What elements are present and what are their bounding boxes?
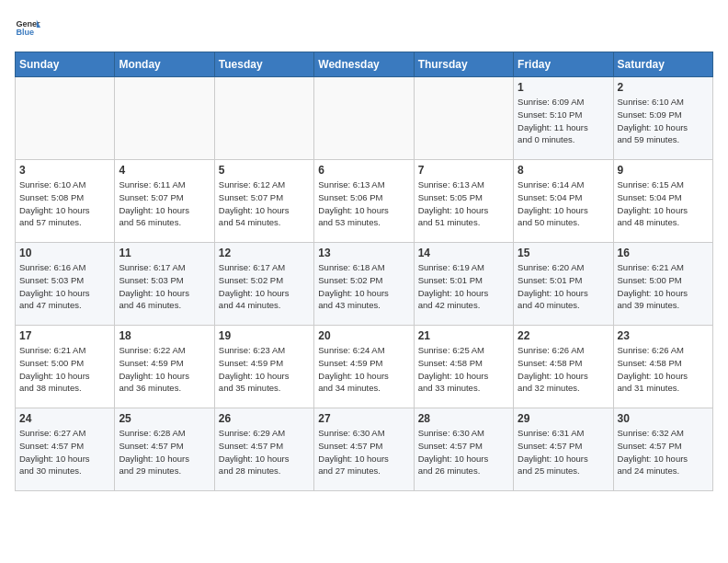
day-info: Sunrise: 6:22 AM Sunset: 4:59 PM Dayligh… [119, 344, 210, 395]
weekday-header: Monday [115, 52, 214, 77]
calendar-cell: 6Sunrise: 6:13 AM Sunset: 5:06 PM Daylig… [314, 160, 414, 243]
day-number: 30 [618, 412, 709, 425]
calendar-cell [16, 77, 115, 160]
calendar-cell: 1Sunrise: 6:09 AM Sunset: 5:10 PM Daylig… [514, 77, 613, 160]
calendar-cell: 24Sunrise: 6:27 AM Sunset: 4:57 PM Dayli… [16, 408, 115, 491]
day-number: 4 [119, 164, 210, 177]
day-number: 14 [418, 247, 509, 259]
day-number: 22 [518, 329, 609, 342]
day-number: 27 [318, 412, 409, 425]
day-info: Sunrise: 6:17 AM Sunset: 5:02 PM Dayligh… [219, 261, 310, 312]
day-info: Sunrise: 6:11 AM Sunset: 5:07 PM Dayligh… [119, 178, 210, 229]
day-info: Sunrise: 6:26 AM Sunset: 4:58 PM Dayligh… [518, 344, 609, 395]
day-number: 5 [219, 164, 310, 177]
calendar-cell: 28Sunrise: 6:30 AM Sunset: 4:57 PM Dayli… [414, 408, 513, 491]
day-info: Sunrise: 6:27 AM Sunset: 4:57 PM Dayligh… [19, 427, 110, 477]
calendar-cell: 13Sunrise: 6:18 AM Sunset: 5:02 PM Dayli… [314, 243, 414, 326]
calendar-cell: 22Sunrise: 6:26 AM Sunset: 4:58 PM Dayli… [514, 326, 613, 408]
calendar-cell: 14Sunrise: 6:19 AM Sunset: 5:01 PM Dayli… [414, 243, 513, 326]
day-info: Sunrise: 6:25 AM Sunset: 4:58 PM Dayligh… [418, 344, 509, 395]
calendar-cell: 21Sunrise: 6:25 AM Sunset: 4:58 PM Dayli… [414, 326, 513, 408]
day-info: Sunrise: 6:19 AM Sunset: 5:01 PM Dayligh… [418, 261, 509, 312]
day-info: Sunrise: 6:29 AM Sunset: 4:57 PM Dayligh… [219, 427, 310, 477]
day-number: 19 [219, 329, 310, 342]
calendar-table: SundayMondayTuesdayWednesdayThursdayFrid… [15, 52, 713, 491]
page-header: General Blue [15, 15, 713, 40]
weekday-header: Friday [514, 52, 613, 77]
day-info: Sunrise: 6:30 AM Sunset: 4:57 PM Dayligh… [418, 427, 509, 477]
calendar-cell: 11Sunrise: 6:17 AM Sunset: 5:03 PM Dayli… [115, 243, 214, 326]
weekday-header: Saturday [613, 52, 712, 77]
day-info: Sunrise: 6:18 AM Sunset: 5:02 PM Dayligh… [318, 261, 409, 312]
day-number: 16 [618, 247, 709, 259]
day-number: 15 [518, 247, 609, 259]
day-info: Sunrise: 6:13 AM Sunset: 5:06 PM Dayligh… [318, 178, 409, 229]
weekday-header: Wednesday [314, 52, 414, 77]
calendar-cell: 17Sunrise: 6:21 AM Sunset: 5:00 PM Dayli… [16, 326, 115, 408]
day-number: 26 [219, 412, 310, 425]
logo-icon: General Blue [15, 15, 40, 40]
weekday-header: Sunday [16, 52, 115, 77]
calendar-cell: 10Sunrise: 6:16 AM Sunset: 5:03 PM Dayli… [16, 243, 115, 326]
calendar-cell: 26Sunrise: 6:29 AM Sunset: 4:57 PM Dayli… [214, 408, 313, 491]
calendar-cell: 2Sunrise: 6:10 AM Sunset: 5:09 PM Daylig… [613, 77, 712, 160]
day-info: Sunrise: 6:32 AM Sunset: 4:57 PM Dayligh… [618, 427, 709, 477]
day-info: Sunrise: 6:24 AM Sunset: 4:59 PM Dayligh… [318, 344, 409, 395]
calendar-cell: 4Sunrise: 6:11 AM Sunset: 5:07 PM Daylig… [115, 160, 214, 243]
calendar-cell: 20Sunrise: 6:24 AM Sunset: 4:59 PM Dayli… [314, 326, 414, 408]
day-info: Sunrise: 6:31 AM Sunset: 4:57 PM Dayligh… [518, 427, 609, 477]
day-number: 11 [119, 247, 210, 259]
day-number: 10 [19, 247, 110, 259]
day-number: 8 [518, 164, 609, 177]
day-number: 6 [318, 164, 409, 177]
day-number: 20 [318, 329, 409, 342]
calendar-cell: 5Sunrise: 6:12 AM Sunset: 5:07 PM Daylig… [214, 160, 313, 243]
calendar-cell: 19Sunrise: 6:23 AM Sunset: 4:59 PM Dayli… [214, 326, 313, 408]
calendar-cell: 30Sunrise: 6:32 AM Sunset: 4:57 PM Dayli… [613, 408, 712, 491]
day-number: 12 [219, 247, 310, 259]
calendar-cell [115, 77, 214, 160]
day-number: 3 [19, 164, 110, 177]
calendar-cell [214, 77, 313, 160]
day-info: Sunrise: 6:20 AM Sunset: 5:01 PM Dayligh… [518, 261, 609, 312]
calendar-cell: 29Sunrise: 6:31 AM Sunset: 4:57 PM Dayli… [514, 408, 613, 491]
svg-text:Blue: Blue [16, 28, 34, 37]
day-number: 9 [618, 164, 709, 177]
day-info: Sunrise: 6:14 AM Sunset: 5:04 PM Dayligh… [518, 178, 609, 229]
day-info: Sunrise: 6:21 AM Sunset: 5:00 PM Dayligh… [19, 344, 110, 395]
day-info: Sunrise: 6:26 AM Sunset: 4:58 PM Dayligh… [618, 344, 709, 395]
day-info: Sunrise: 6:10 AM Sunset: 5:08 PM Dayligh… [19, 178, 110, 229]
day-number: 28 [418, 412, 509, 425]
calendar-cell: 12Sunrise: 6:17 AM Sunset: 5:02 PM Dayli… [214, 243, 313, 326]
day-info: Sunrise: 6:28 AM Sunset: 4:57 PM Dayligh… [119, 427, 210, 477]
day-number: 1 [518, 81, 609, 94]
day-info: Sunrise: 6:13 AM Sunset: 5:05 PM Dayligh… [418, 178, 509, 229]
day-number: 13 [318, 247, 409, 259]
day-info: Sunrise: 6:12 AM Sunset: 5:07 PM Dayligh… [219, 178, 310, 229]
day-info: Sunrise: 6:16 AM Sunset: 5:03 PM Dayligh… [19, 261, 110, 312]
calendar-cell: 7Sunrise: 6:13 AM Sunset: 5:05 PM Daylig… [414, 160, 513, 243]
day-info: Sunrise: 6:09 AM Sunset: 5:10 PM Dayligh… [518, 96, 609, 146]
day-number: 24 [19, 412, 110, 425]
calendar-cell: 18Sunrise: 6:22 AM Sunset: 4:59 PM Dayli… [115, 326, 214, 408]
day-number: 2 [618, 81, 709, 94]
calendar-cell: 16Sunrise: 6:21 AM Sunset: 5:00 PM Dayli… [613, 243, 712, 326]
calendar-cell: 8Sunrise: 6:14 AM Sunset: 5:04 PM Daylig… [514, 160, 613, 243]
weekday-header: Tuesday [214, 52, 313, 77]
calendar-cell: 9Sunrise: 6:15 AM Sunset: 5:04 PM Daylig… [613, 160, 712, 243]
day-info: Sunrise: 6:17 AM Sunset: 5:03 PM Dayligh… [119, 261, 210, 312]
calendar-cell [414, 77, 513, 160]
calendar-cell: 3Sunrise: 6:10 AM Sunset: 5:08 PM Daylig… [16, 160, 115, 243]
calendar-cell [314, 77, 414, 160]
day-info: Sunrise: 6:10 AM Sunset: 5:09 PM Dayligh… [618, 96, 709, 146]
day-info: Sunrise: 6:30 AM Sunset: 4:57 PM Dayligh… [318, 427, 409, 477]
day-number: 23 [618, 329, 709, 342]
day-info: Sunrise: 6:15 AM Sunset: 5:04 PM Dayligh… [618, 178, 709, 229]
day-number: 17 [19, 329, 110, 342]
day-number: 18 [119, 329, 210, 342]
weekday-header: Thursday [414, 52, 513, 77]
calendar-cell: 27Sunrise: 6:30 AM Sunset: 4:57 PM Dayli… [314, 408, 414, 491]
day-number: 29 [518, 412, 609, 425]
day-number: 25 [119, 412, 210, 425]
calendar-cell: 23Sunrise: 6:26 AM Sunset: 4:58 PM Dayli… [613, 326, 712, 408]
